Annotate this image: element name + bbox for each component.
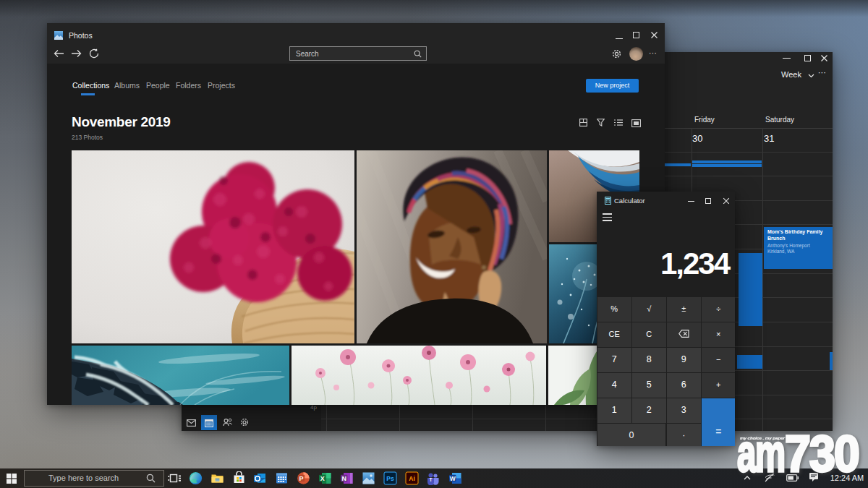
svg-text:am: am <box>737 429 785 477</box>
svg-text:730: 730 <box>785 429 859 477</box>
